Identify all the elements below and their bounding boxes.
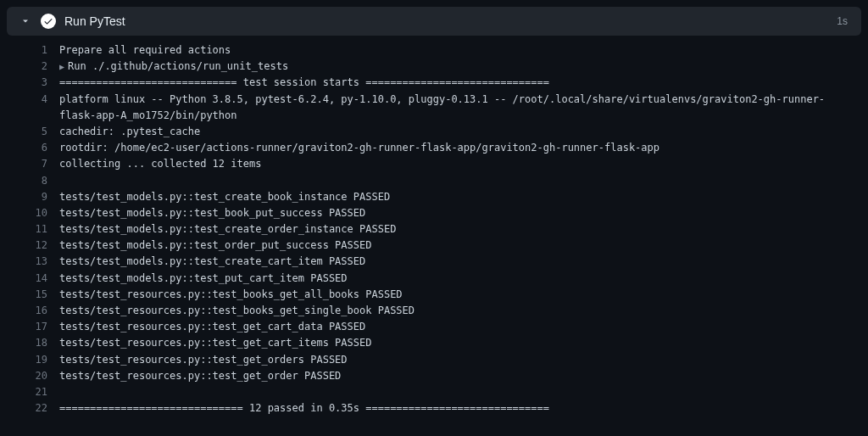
line-number: 7 <box>32 156 59 172</box>
log-text: ============================== 12 passed… <box>59 400 854 416</box>
log-line: 22============================== 12 pass… <box>32 400 854 416</box>
log-text: tests/test_models.py::test_put_cart_item… <box>59 271 854 287</box>
line-number: 21 <box>32 384 59 400</box>
log-text: Prepare all required actions <box>59 42 854 59</box>
log-text: tests/test_models.py::test_create_cart_i… <box>59 254 854 270</box>
log-text: rootdir: /home/ec2-user/actions-runner/g… <box>59 140 854 156</box>
log-line: 20tests/test_resources.py::test_get_orde… <box>32 368 854 384</box>
line-number: 19 <box>32 352 59 368</box>
log-line: 14tests/test_models.py::test_put_cart_it… <box>32 271 854 287</box>
step-header[interactable]: Run PyTest 1s <box>7 7 861 36</box>
line-number: 3 <box>32 75 59 91</box>
success-check-icon <box>41 14 56 29</box>
line-number: 11 <box>32 221 59 238</box>
line-number: 6 <box>32 140 59 156</box>
log-line: 11tests/test_models.py::test_create_orde… <box>32 221 854 238</box>
log-text: tests/test_resources.py::test_get_order … <box>59 368 854 384</box>
line-number: 2 <box>32 59 59 75</box>
log-line: 6rootdir: /home/ec2-user/actions-runner/… <box>32 140 854 156</box>
log-output: 1Prepare all required actions2▶Run ./.gi… <box>0 36 868 423</box>
run-expand-icon[interactable]: ▶ <box>59 60 68 74</box>
log-line: 2▶Run ./.github/actions/run_unit_tests <box>32 59 854 75</box>
log-text: tests/test_resources.py::test_books_get_… <box>59 287 854 303</box>
line-number: 20 <box>32 368 59 384</box>
log-text: collecting ... collected 12 items <box>59 156 854 172</box>
line-number: 5 <box>32 124 59 140</box>
log-line: 19tests/test_resources.py::test_get_orde… <box>32 352 854 368</box>
line-number: 15 <box>32 287 59 303</box>
log-line: 4platform linux -- Python 3.8.5, pytest-… <box>32 92 854 124</box>
log-text: tests/test_models.py::test_create_book_i… <box>59 189 854 205</box>
line-number: 4 <box>32 92 59 108</box>
log-text: ▶Run ./.github/actions/run_unit_tests <box>59 59 854 75</box>
log-text: platform linux -- Python 3.8.5, pytest-6… <box>59 92 854 124</box>
log-line: 10tests/test_models.py::test_book_put_su… <box>32 205 854 221</box>
line-number: 1 <box>32 42 59 59</box>
line-number: 12 <box>32 238 59 254</box>
log-line: 16tests/test_resources.py::test_books_ge… <box>32 303 854 319</box>
log-line: 9tests/test_models.py::test_create_book_… <box>32 189 854 205</box>
log-line: 17tests/test_resources.py::test_get_cart… <box>32 319 854 335</box>
log-line: 12tests/test_models.py::test_order_put_s… <box>32 238 854 254</box>
line-number: 10 <box>32 205 59 221</box>
line-number: 8 <box>32 173 59 189</box>
log-line: 3============================= test sess… <box>32 75 854 91</box>
log-line: 15tests/test_resources.py::test_books_ge… <box>32 287 854 303</box>
log-text: tests/test_models.py::test_create_order_… <box>59 221 854 238</box>
line-number: 13 <box>32 254 59 270</box>
log-line: 8 <box>32 173 854 189</box>
log-text: tests/test_resources.py::test_get_cart_d… <box>59 319 854 335</box>
log-text: tests/test_models.py::test_book_put_succ… <box>59 205 854 221</box>
log-line: 13tests/test_models.py::test_create_cart… <box>32 254 854 270</box>
log-line: 7collecting ... collected 12 items <box>32 156 854 172</box>
log-text: tests/test_resources.py::test_books_get_… <box>59 303 854 319</box>
log-line: 18tests/test_resources.py::test_get_cart… <box>32 335 854 351</box>
log-text: tests/test_resources.py::test_get_orders… <box>59 352 854 368</box>
step-title: Run PyTest <box>64 14 837 28</box>
log-line: 21 <box>32 384 854 400</box>
chevron-down-icon <box>20 16 31 26</box>
line-number: 18 <box>32 335 59 351</box>
log-line: 1Prepare all required actions <box>32 42 854 59</box>
log-text: tests/test_resources.py::test_get_cart_i… <box>59 335 854 351</box>
line-number: 16 <box>32 303 59 319</box>
step-duration: 1s <box>837 15 848 27</box>
log-text: cachedir: .pytest_cache <box>59 124 854 140</box>
line-number: 22 <box>32 400 59 416</box>
line-number: 17 <box>32 319 59 335</box>
log-line: 5cachedir: .pytest_cache <box>32 124 854 140</box>
log-text: tests/test_models.py::test_order_put_suc… <box>59 238 854 254</box>
log-text: ============================= test sessi… <box>59 75 854 91</box>
triangle-right-icon: ▶ <box>59 60 64 74</box>
line-number: 9 <box>32 189 59 205</box>
line-number: 14 <box>32 271 59 287</box>
